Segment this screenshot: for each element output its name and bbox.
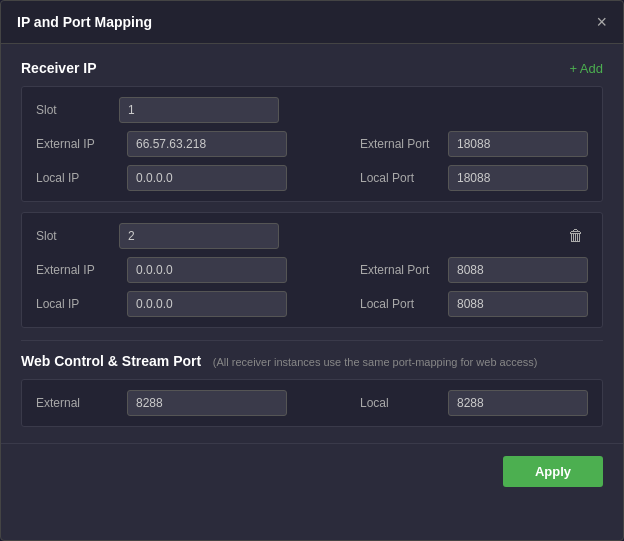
web-block: External Local <box>21 379 603 427</box>
slot-1-row: Slot <box>36 97 588 123</box>
web-port-row: External Local <box>36 390 588 416</box>
web-external-input[interactable] <box>127 390 287 416</box>
dialog-footer: Apply <box>1 443 623 499</box>
slot-2-local-ip-label: Local IP <box>36 297 111 311</box>
web-local-label: Local <box>360 396 440 410</box>
slot-1-local-ip-label: Local IP <box>36 171 111 185</box>
divider <box>21 340 603 341</box>
add-receiver-button[interactable]: + Add <box>569 61 603 76</box>
slot-1-block: Slot External IP External Port Local IP <box>21 86 603 202</box>
slot-2-external-ip-input[interactable] <box>127 257 287 283</box>
slot-2-row: Slot 🗑 <box>36 223 588 249</box>
slot-2-external-port-group: External Port <box>360 257 588 283</box>
delete-slot-2-button[interactable]: 🗑 <box>564 227 588 245</box>
close-button[interactable]: × <box>596 13 607 31</box>
slot-1-local-ip-input[interactable] <box>127 165 287 191</box>
slot-1-input[interactable] <box>119 97 279 123</box>
dialog: IP and Port Mapping × Receiver IP + Add … <box>0 0 624 541</box>
slot-2-external-port-label: External Port <box>360 263 440 277</box>
slot-1-local-port-label: Local Port <box>360 171 440 185</box>
receiver-section-header: Receiver IP + Add <box>21 60 603 76</box>
slot-1-external-ip-group: External IP <box>36 131 352 157</box>
slot-1-local-port-group: Local Port <box>360 165 588 191</box>
web-section-note: (All receiver instances use the same por… <box>213 356 538 368</box>
slot-2-external-ip-group: External IP <box>36 257 352 283</box>
slot-1-external-port-input[interactable] <box>448 131 588 157</box>
slot-1-local-port-input[interactable] <box>448 165 588 191</box>
dialog-body: Receiver IP + Add Slot External IP Exter… <box>1 44 623 443</box>
slot-1-local-ip-group: Local IP <box>36 165 352 191</box>
dialog-title: IP and Port Mapping <box>17 14 152 30</box>
slot-2-local-ip-input[interactable] <box>127 291 287 317</box>
receiver-section-title: Receiver IP <box>21 60 97 76</box>
slot-2-ip-row: External IP External Port <box>36 257 588 283</box>
slot-2-label-group: Slot <box>36 223 279 249</box>
slot-2-label: Slot <box>36 229 111 243</box>
slot-1-label-group: Slot <box>36 97 279 123</box>
slot-1-external-port-label: External Port <box>360 137 440 151</box>
slot-1-external-ip-label: External IP <box>36 137 111 151</box>
web-section-header: Web Control & Stream Port (All receiver … <box>21 353 603 369</box>
slot-2-local-port-label: Local Port <box>360 297 440 311</box>
slot-1-local-row: Local IP Local Port <box>36 165 588 191</box>
dialog-header: IP and Port Mapping × <box>1 1 623 44</box>
web-local-input[interactable] <box>448 390 588 416</box>
web-section-title: Web Control & Stream Port <box>21 353 201 369</box>
slot-2-local-port-input[interactable] <box>448 291 588 317</box>
slot-1-external-ip-input[interactable] <box>127 131 287 157</box>
slot-2-local-port-group: Local Port <box>360 291 588 317</box>
slot-2-external-port-input[interactable] <box>448 257 588 283</box>
apply-button[interactable]: Apply <box>503 456 603 487</box>
slot-1-ip-row: External IP External Port <box>36 131 588 157</box>
slot-2-block: Slot 🗑 External IP External Port Local I… <box>21 212 603 328</box>
slot-1-label: Slot <box>36 103 111 117</box>
slot-2-external-ip-label: External IP <box>36 263 111 277</box>
web-external-label: External <box>36 396 111 410</box>
slot-1-external-port-group: External Port <box>360 131 588 157</box>
slot-2-input[interactable] <box>119 223 279 249</box>
slot-2-local-row: Local IP Local Port <box>36 291 588 317</box>
web-local-group: Local <box>360 390 588 416</box>
slot-2-local-ip-group: Local IP <box>36 291 352 317</box>
web-external-group: External <box>36 390 352 416</box>
